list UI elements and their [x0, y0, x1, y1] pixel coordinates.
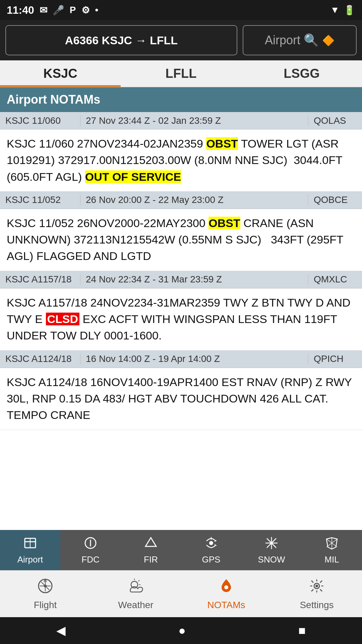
- notam-dates-1: 27 Nov 23:44 Z - 02 Jan 23:59 Z: [80, 115, 308, 126]
- highlight-obst-1: OBST: [206, 137, 238, 150]
- settings-status-icon: ⚙: [81, 5, 90, 16]
- airport-tab-icon: [23, 536, 38, 552]
- notam-type-fir[interactable]: FIR: [121, 530, 181, 570]
- notam-code-1: KSJC 11/060: [0, 115, 80, 126]
- notam-qcode-1: QOLAS: [308, 115, 362, 126]
- notam-code-4: KSJC A1124/18: [0, 354, 80, 364]
- notam-qcode-3: QMXLC: [308, 274, 362, 285]
- highlight-clsd: CLSD: [46, 313, 80, 325]
- flight-nav-icon: [37, 577, 54, 597]
- notam-header-1: KSJC 11/060 27 Nov 23:44 Z - 02 Jan 23:5…: [0, 112, 362, 129]
- tab-ksjc-label: KSJC: [43, 66, 77, 81]
- android-recent-button[interactable]: ■: [285, 620, 319, 641]
- notam-content-1[interactable]: KSJC 11/060 27NOV2344-02JAN2359 OBST TOW…: [0, 129, 362, 192]
- parking-icon: P: [70, 5, 76, 15]
- battery-icon: 🔋: [344, 5, 355, 16]
- notam-header-3: KSJC A1157/18 24 Nov 22:34 Z - 31 Mar 23…: [0, 271, 362, 288]
- notam-type-mil[interactable]: MIL: [302, 530, 362, 570]
- notam-qcode-4: QPICH: [308, 354, 362, 364]
- search-magnifier-icon: 🔍: [304, 33, 319, 47]
- notam-type-airport[interactable]: Airport: [0, 530, 60, 570]
- tab-lsgg[interactable]: LSGG: [241, 60, 362, 87]
- notams-nav-icon: [218, 577, 235, 597]
- highlight-oos: OUT OF SERVICE: [85, 170, 181, 183]
- scroll-content: Airport NOTAMs KSJC 11/060 27 Nov 23:44 …: [0, 87, 362, 544]
- section-title: Airport NOTAMs: [7, 93, 100, 106]
- airport-search-button[interactable]: Airport 🔍 🔶: [243, 25, 357, 55]
- gps-tab-icon: [204, 536, 219, 552]
- tab-lfll[interactable]: LFLL: [121, 60, 241, 87]
- snow-tab-label: SNOW: [258, 554, 285, 565]
- fdc-tab-label: FDC: [81, 554, 99, 565]
- highlight-obst-2: OBST: [208, 217, 240, 229]
- notam-dates-4: 16 Nov 14:00 Z - 19 Apr 14:00 Z: [80, 354, 308, 364]
- status-bar: 11:40 ✉ 🎤 P ⚙ • ▼ 🔋: [0, 0, 362, 20]
- gps-tab-label: GPS: [202, 554, 221, 565]
- dot-icon: •: [95, 5, 99, 15]
- wifi-icon: ▼: [330, 5, 340, 15]
- weather-nav-icon: [127, 577, 144, 597]
- mil-tab-icon: [324, 536, 339, 552]
- section-header: Airport NOTAMs: [0, 87, 362, 112]
- fir-tab-label: FIR: [144, 554, 158, 565]
- notam-header-2: KSJC 11/052 26 Nov 20:00 Z - 22 May 23:0…: [0, 192, 362, 209]
- mic-icon: 🎤: [53, 5, 64, 16]
- mil-tab-label: MIL: [324, 554, 339, 565]
- notam-type-fdc[interactable]: FDC: [60, 530, 121, 570]
- notam-content-3[interactable]: KSJC A1157/18 24NOV2234-31MAR2359 TWY Z …: [0, 288, 362, 351]
- notam-dates-2: 26 Nov 20:00 Z - 22 May 23:00 Z: [80, 195, 308, 205]
- notam-type-tabs: Airport FDC FIR: [0, 530, 362, 570]
- snow-tab-icon: [264, 536, 279, 552]
- notam-content-4[interactable]: KSJC A1124/18 16NOV1400-19APR1400 EST RN…: [0, 368, 362, 430]
- mail-icon: ✉: [40, 5, 47, 16]
- nav-weather-label: Weather: [118, 600, 153, 610]
- android-back-button[interactable]: ◀: [43, 620, 79, 641]
- android-nav-bar: ◀ ● ■: [0, 617, 362, 644]
- airport-tabs: KSJC LFLL LSGG: [0, 60, 362, 87]
- status-left: 11:40 ✉ 🎤 P ⚙ •: [7, 4, 98, 16]
- header-bar: A6366 KSJC → LFLL Airport 🔍 🔶: [0, 20, 362, 60]
- notam-code-2: KSJC 11/052: [0, 195, 80, 205]
- nav-settings-label: Settings: [300, 600, 334, 610]
- svg-point-31: [315, 585, 318, 587]
- nav-notams-label: NOTAMs: [207, 600, 245, 610]
- tab-lsgg-label: LSGG: [284, 66, 320, 81]
- nav-notams[interactable]: NOTAMs: [181, 571, 272, 617]
- svg-point-14: [270, 542, 273, 544]
- nav-weather[interactable]: Weather: [90, 571, 181, 617]
- svg-point-22: [44, 585, 47, 587]
- notam-type-gps[interactable]: GPS: [181, 530, 241, 570]
- fir-tab-icon: [143, 536, 158, 552]
- notam-code-3: KSJC A1157/18: [0, 274, 80, 285]
- notam-type-snow[interactable]: SNOW: [241, 530, 302, 570]
- bottom-nav: Flight Weather NOTAMs: [0, 570, 362, 617]
- settings-nav-icon: [308, 577, 325, 597]
- nav-flight[interactable]: Flight: [0, 571, 90, 617]
- flight-route-label: A6366 KSJC → LFLL: [65, 34, 178, 47]
- notam-header-4: KSJC A1124/18 16 Nov 14:00 Z - 19 Apr 14…: [0, 351, 362, 368]
- tab-lfll-label: LFLL: [166, 66, 197, 81]
- android-home-button[interactable]: ●: [165, 620, 199, 641]
- svg-line-27: [138, 580, 139, 581]
- tab-ksjc[interactable]: KSJC: [0, 60, 121, 87]
- svg-point-6: [209, 541, 213, 545]
- nav-settings[interactable]: Settings: [272, 571, 362, 617]
- status-right: ▼ 🔋: [330, 5, 355, 16]
- svg-marker-5: [145, 538, 156, 546]
- search-pointer-icon: 🔶: [322, 35, 335, 46]
- flight-route-button[interactable]: A6366 KSJC → LFLL: [5, 25, 237, 55]
- airport-search-label: Airport: [265, 33, 300, 47]
- airport-tab-label: Airport: [17, 554, 43, 565]
- notam-dates-3: 24 Nov 22:34 Z - 31 Mar 23:59 Z: [80, 274, 308, 285]
- notam-qcode-2: QOBCE: [308, 195, 362, 205]
- svg-point-29: [224, 585, 228, 589]
- notam-content-2[interactable]: KSJC 11/052 26NOV2000-22MAY2300 OBST CRA…: [0, 209, 362, 271]
- status-time: 11:40: [7, 4, 34, 16]
- nav-flight-label: Flight: [34, 600, 57, 610]
- fdc-tab-icon: [83, 536, 98, 552]
